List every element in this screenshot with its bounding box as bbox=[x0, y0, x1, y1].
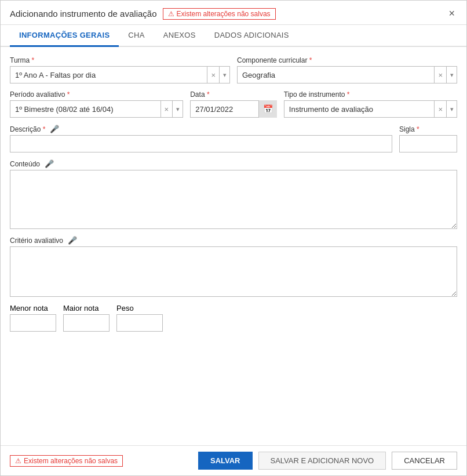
periodo-select[interactable]: 1º Bimestre (08/02 até 16/04) bbox=[10, 100, 183, 118]
data-label: Data * bbox=[190, 90, 277, 99]
modal-header: Adicionando instrumento de avaliação ⚠ E… bbox=[1, 1, 466, 25]
criterio-group: Critério avaliativo 🎤 bbox=[10, 236, 457, 297]
tipo-select[interactable]: Instrumento de avaliação bbox=[284, 100, 457, 118]
calendar-button[interactable]: 📅 bbox=[258, 100, 277, 118]
turma-clear-button[interactable]: × bbox=[207, 66, 219, 83]
tab-dados-adicionais[interactable]: DADOS ADICIONAIS bbox=[205, 25, 298, 47]
criterio-mic-icon[interactable]: 🎤 bbox=[68, 236, 77, 245]
descricao-input[interactable] bbox=[10, 135, 392, 152]
header-unsaved-warning: ⚠ Existem alterações não salvas bbox=[163, 8, 276, 20]
cancelar-button[interactable]: CANCELAR bbox=[392, 452, 457, 470]
periodo-clear-button[interactable]: × bbox=[161, 100, 173, 118]
periodo-select-actions: × ▾ bbox=[160, 100, 184, 118]
descricao-label-row: Descrição * 🎤 bbox=[10, 125, 392, 133]
notas-row: Menor nota Maior nota Peso bbox=[10, 304, 457, 332]
peso-label: Peso bbox=[116, 304, 163, 313]
descricao-sigla-row: Descrição * 🎤 Sigla * bbox=[10, 125, 457, 152]
peso-group: Peso bbox=[116, 304, 163, 332]
conteudo-textarea[interactable] bbox=[10, 170, 457, 229]
header-warning-text: Existem alterações não salvas bbox=[177, 10, 271, 18]
data-required: * bbox=[205, 90, 210, 99]
sigla-input[interactable] bbox=[399, 135, 457, 152]
periodo-select-wrapper: 1º Bimestre (08/02 até 16/04) × ▾ bbox=[10, 100, 183, 118]
criterio-label: Critério avaliativo bbox=[10, 237, 63, 245]
tipo-group: Tipo de instrumento * Instrumento de ava… bbox=[284, 90, 457, 118]
footer-warning-text: Existem alterações não salvas bbox=[24, 457, 118, 465]
descricao-label: Descrição * bbox=[10, 125, 45, 133]
conteudo-mic-icon[interactable]: 🎤 bbox=[45, 159, 54, 168]
menor-nota-group: Menor nota bbox=[10, 304, 56, 332]
turma-label: Turma * bbox=[10, 56, 230, 64]
tab-bar: INFORMAÇÕES GERAIS CHA ANEXOS DADOS ADIC… bbox=[1, 25, 466, 47]
maior-nota-group: Maior nota bbox=[63, 304, 110, 332]
componente-select-actions: × ▾ bbox=[434, 66, 457, 83]
tipo-select-actions: × ▾ bbox=[434, 100, 457, 118]
periodo-required: * bbox=[65, 90, 70, 99]
sigla-label: Sigla * bbox=[399, 125, 457, 133]
descricao-mic-icon[interactable]: 🎤 bbox=[50, 125, 59, 133]
turma-select-wrapper: 1º Ano A - Faltas por dia × ▾ bbox=[10, 66, 230, 83]
tab-cha[interactable]: CHA bbox=[119, 25, 154, 47]
menor-nota-label: Menor nota bbox=[10, 304, 56, 313]
turma-arrow-button[interactable]: ▾ bbox=[219, 66, 230, 83]
tab-informacoes-gerais[interactable]: INFORMAÇÕES GERAIS bbox=[10, 25, 119, 47]
criterio-label-row: Critério avaliativo 🎤 bbox=[10, 236, 457, 245]
componente-group: Componente curricular * Geografia × ▾ bbox=[237, 56, 457, 83]
footer-warning-icon: ⚠ bbox=[15, 457, 21, 465]
periodo-label: Período avaliativo * bbox=[10, 90, 183, 99]
footer-unsaved-warning: ⚠ Existem alterações não salvas bbox=[10, 455, 123, 467]
salvar-adicionar-button[interactable]: SALVAR E ADICIONAR NOVO bbox=[258, 452, 386, 470]
turma-required: * bbox=[30, 56, 34, 64]
tipo-required: * bbox=[345, 90, 349, 99]
tipo-arrow-button[interactable]: ▾ bbox=[446, 100, 457, 118]
componente-label: Componente curricular * bbox=[237, 56, 457, 64]
periodo-arrow-button[interactable]: ▾ bbox=[172, 100, 183, 118]
periodo-data-tipo-row: Período avaliativo * 1º Bimestre (08/02 … bbox=[10, 90, 457, 118]
descricao-group: Descrição * 🎤 bbox=[10, 125, 392, 152]
sigla-required: * bbox=[415, 125, 419, 133]
conteudo-group: Conteúdo 🎤 bbox=[10, 159, 457, 229]
salvar-button[interactable]: SALVAR bbox=[198, 452, 253, 470]
componente-arrow-button[interactable]: ▾ bbox=[446, 66, 457, 83]
maior-nota-input[interactable] bbox=[63, 314, 110, 332]
header-warning-icon: ⚠ bbox=[168, 10, 174, 18]
maior-nota-label: Maior nota bbox=[63, 304, 110, 313]
modal-body: Turma * 1º Ano A - Faltas por dia × ▾ Co… bbox=[1, 47, 466, 445]
modal-title: Adicionando instrumento de avaliação bbox=[10, 9, 157, 19]
peso-input[interactable] bbox=[116, 314, 163, 332]
componente-select[interactable]: Geografia bbox=[237, 66, 457, 83]
componente-required: * bbox=[307, 56, 312, 64]
turma-select[interactable]: 1º Ano A - Faltas por dia bbox=[10, 66, 230, 83]
turma-select-actions: × ▾ bbox=[207, 66, 230, 83]
close-button[interactable]: × bbox=[446, 8, 457, 20]
data-wrapper: 📅 bbox=[190, 100, 277, 118]
tipo-clear-button[interactable]: × bbox=[435, 100, 446, 118]
conteudo-label: Conteúdo bbox=[10, 160, 40, 168]
data-group: Data * 📅 bbox=[190, 90, 277, 118]
tab-anexos[interactable]: ANEXOS bbox=[154, 25, 205, 47]
add-instrument-modal: Adicionando instrumento de avaliação ⚠ E… bbox=[0, 0, 467, 476]
conteudo-label-row: Conteúdo 🎤 bbox=[10, 159, 457, 168]
tipo-label: Tipo de instrumento * bbox=[284, 90, 457, 99]
menor-nota-input[interactable] bbox=[10, 314, 56, 332]
componente-clear-button[interactable]: × bbox=[435, 66, 446, 83]
tipo-select-wrapper: Instrumento de avaliação × ▾ bbox=[284, 100, 457, 118]
periodo-group: Período avaliativo * 1º Bimestre (08/02 … bbox=[10, 90, 183, 118]
modal-footer: ⚠ Existem alterações não salvas SALVAR S… bbox=[1, 445, 466, 475]
turma-group: Turma * 1º Ano A - Faltas por dia × ▾ bbox=[10, 56, 230, 83]
descricao-required: * bbox=[41, 125, 45, 133]
turma-componente-row: Turma * 1º Ano A - Faltas por dia × ▾ Co… bbox=[10, 56, 457, 83]
criterio-textarea[interactable] bbox=[10, 246, 457, 297]
componente-select-wrapper: Geografia × ▾ bbox=[237, 66, 457, 83]
sigla-group: Sigla * bbox=[399, 125, 457, 152]
